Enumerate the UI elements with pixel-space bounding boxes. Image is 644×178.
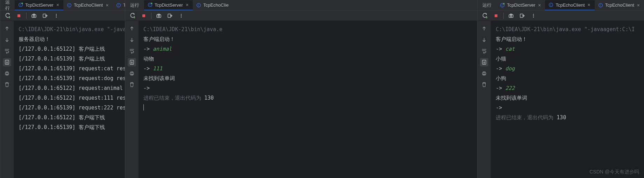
console-output[interactable]: C:\IDEA\JDK-21\bin\java.e客户端启动！-> animal… (139, 21, 477, 178)
divider (26, 13, 27, 19)
exit-button[interactable] (166, 12, 174, 20)
svg-point-50 (533, 16, 534, 17)
user-input: 222 (505, 85, 515, 91)
console-line (143, 103, 472, 114)
console-body: C:\IDEA\JDK-21\bin\java.e客户端启动！-> animal… (125, 21, 477, 178)
class-icon: C (549, 2, 553, 7)
run-tab[interactable]: C TcpEchoClient× (545, 0, 594, 10)
tab-label: TcpEchoClient (74, 2, 103, 8)
svg-point-46 (510, 15, 512, 16)
svg-text:C: C (69, 3, 70, 7)
console-output[interactable]: C:\IDEA\JDK-21\bin\java.exe "-javaagent:… (14, 21, 125, 178)
close-icon[interactable]: × (185, 2, 189, 7)
console-line: [/127.0.0.1:65122] request:animal respon… (19, 83, 120, 93)
svg-rect-34 (131, 72, 133, 73)
thread-dump-button[interactable] (30, 12, 38, 20)
nav-down-button[interactable] (128, 36, 136, 44)
close-icon[interactable]: × (636, 3, 641, 8)
svg-rect-43 (495, 14, 497, 17)
rerun-button[interactable] (4, 12, 12, 20)
exit-button[interactable] (518, 12, 526, 20)
run-tab[interactable]: C TcpDictServer× (15, 0, 63, 10)
run-tab[interactable]: C TcpEchoClient× (63, 0, 113, 10)
class-icon: C (148, 2, 153, 7)
console-line: -> (496, 103, 639, 113)
tab-label: TcpEchoClient (605, 2, 634, 8)
watermark: CSDN @今天有进步吗 (589, 169, 639, 175)
run-tab[interactable]: C TcpEchoClient× (113, 0, 125, 10)
close-icon[interactable]: × (105, 3, 109, 8)
console-gutter (477, 21, 491, 178)
print-button[interactable] (480, 69, 488, 78)
exit-code: 130 (557, 114, 566, 121)
console-line: [/127.0.0.1:65139] 客户端上线 (19, 54, 120, 64)
nav-up-button[interactable] (480, 24, 488, 33)
stop-button[interactable] (140, 12, 148, 20)
nav-up-button[interactable] (128, 24, 136, 33)
console-line: 客户端启动！ (143, 34, 472, 44)
scroll-end-button[interactable] (3, 58, 11, 66)
svg-point-38 (503, 3, 504, 4)
svg-text:C: C (118, 3, 120, 7)
more-button[interactable] (177, 12, 185, 20)
tab-bar: 运行 C TcpDictServer× C TcpEchoClie (125, 0, 477, 10)
prompt: -> (143, 65, 153, 72)
rerun-button[interactable] (481, 12, 489, 20)
clear-button[interactable] (3, 80, 11, 89)
svg-text:C: C (198, 3, 200, 7)
tab-label: TcpEchoClient (555, 2, 585, 8)
close-icon[interactable]: × (56, 2, 60, 7)
run-toolbar (477, 10, 644, 21)
divider (503, 13, 504, 19)
nav-up-button[interactable] (3, 24, 11, 33)
thread-dump-button[interactable] (155, 12, 163, 20)
svg-point-31 (181, 16, 182, 17)
exit-text: 进程已结束，退出代码为 (496, 114, 557, 121)
close-icon[interactable]: × (537, 3, 542, 8)
console-line: -> dog (496, 64, 639, 73)
soft-wrap-button[interactable] (3, 47, 11, 55)
divider (151, 13, 151, 19)
stop-button[interactable] (492, 12, 500, 20)
run-tab[interactable]: C TcpDictServer× (496, 0, 545, 10)
print-button[interactable] (3, 69, 11, 78)
svg-rect-26 (158, 14, 160, 15)
print-button[interactable] (128, 69, 136, 78)
svg-point-29 (181, 14, 182, 14)
clear-button[interactable] (480, 80, 488, 89)
more-button[interactable] (52, 12, 60, 20)
run-tab[interactable]: C TcpEchoClient× (595, 0, 644, 10)
console-output[interactable]: C:\IDEA\JDK-21\bin\java.exe "-javaagent:… (491, 21, 644, 178)
exit-button[interactable] (41, 12, 49, 20)
command-line: C:\IDEA\JDK-21\bin\java.exe "-javaagent:… (19, 24, 120, 34)
soft-wrap-button[interactable] (128, 47, 136, 55)
close-icon[interactable]: × (587, 2, 591, 7)
run-tab[interactable]: C TcpEchoClie (193, 0, 232, 10)
run-tab[interactable]: C TcpDictServer× (144, 0, 193, 10)
svg-rect-17 (6, 72, 8, 73)
svg-point-49 (533, 15, 534, 16)
run-panel: 运行 C TcpDictServer× C TcpEchoClieC:\IDEA… (125, 0, 477, 178)
run-label: 运行 (125, 2, 144, 8)
soft-wrap-button[interactable] (480, 47, 488, 55)
run-panel: 运行 C TcpDictServer× C TcpEchoClient× C T… (477, 0, 644, 178)
console-line: -> (143, 83, 472, 93)
prompt: -> (496, 85, 505, 91)
console-line: [/127.0.0.1:65139] request:dog response:… (19, 73, 120, 83)
user-input: dog (505, 65, 515, 72)
thread-dump-button[interactable] (507, 12, 515, 20)
scroll-end-button[interactable] (480, 58, 488, 66)
stop-button[interactable] (15, 12, 23, 20)
more-button[interactable] (530, 12, 537, 20)
clear-button[interactable] (128, 80, 136, 89)
console-body: C:\IDEA\JDK-21\bin\java.exe "-javaagent:… (0, 21, 125, 178)
rerun-button[interactable] (129, 12, 136, 20)
nav-down-button[interactable] (3, 36, 11, 44)
exit-text: 进程已结束，退出代码为 (143, 95, 204, 101)
nav-down-button[interactable] (480, 36, 488, 44)
console-line: [/127.0.0.1:65122] request:111 response:… (19, 93, 120, 103)
class-icon: C (500, 3, 505, 8)
svg-point-27 (158, 15, 160, 16)
class-icon: C (116, 3, 121, 8)
scroll-end-button[interactable] (128, 58, 136, 66)
